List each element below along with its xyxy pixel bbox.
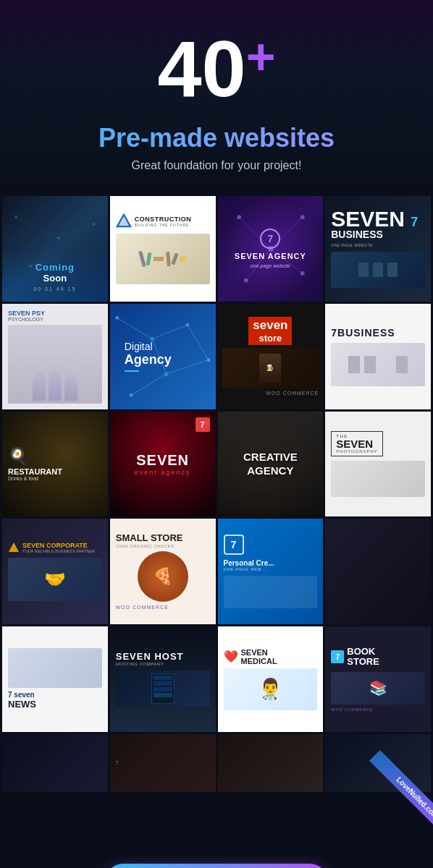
books-img: 📚 xyxy=(331,672,425,705)
svg-line-0 xyxy=(16,217,58,238)
grid-item-restaurant[interactable]: 🍳 RESTAURANT Drinks & food xyxy=(2,412,108,517)
personal-cr-icon: 7 xyxy=(224,535,244,555)
server-img xyxy=(116,671,210,707)
svg-point-3 xyxy=(14,216,17,218)
seven-medical-label: SEVEN xyxy=(241,648,277,657)
restaurant-icon: 🍳 xyxy=(8,447,28,466)
svg-line-22 xyxy=(188,325,209,360)
creative-agency-label: CREATIVEAGENCY xyxy=(243,450,298,478)
svg-point-15 xyxy=(300,215,304,219)
grid-item-seven-corporate[interactable]: SEVEN CORPORATE YOUR RELIABLE BUSINESS P… xyxy=(2,519,108,624)
seven-business-seven: SEVEN 7 xyxy=(331,209,418,229)
seven-news-label: NEWS xyxy=(8,699,36,710)
seven-photo-img xyxy=(331,461,425,497)
personal-cr-label: Personal Cre... xyxy=(224,559,274,567)
digital-divider xyxy=(125,370,139,372)
restaurant-sub: Drinks & food xyxy=(8,476,38,481)
grid-item-partial-1[interactable] xyxy=(2,734,108,840)
coming-soon-countdown: 00 01 46 15 xyxy=(33,286,76,292)
small-store-woo: WOO COMMERCE xyxy=(116,605,169,610)
grid-item-placeholder-row4 xyxy=(325,519,431,624)
seven-psy-sub: PSYCHOLOGY xyxy=(8,317,43,322)
grid-item-seven-host[interactable]: SEVEN HOST HOSTING COMPANY xyxy=(110,626,216,732)
corporate-img: 🤝 xyxy=(8,558,102,601)
hero-section: 40+ Pre-made websites Great foundation f… xyxy=(0,0,433,194)
seven-event-label: SEVEN xyxy=(136,452,189,469)
seven-news-img xyxy=(8,648,102,688)
plus-sign: + xyxy=(246,29,276,85)
coming-soon-soon: Soon xyxy=(33,273,76,284)
grid-item-small-store[interactable]: SMALL STORE 100% ORGANIC SNACKS 🍕 WOO CO… xyxy=(110,519,216,624)
hero-subtitle: Great foundation for your project! xyxy=(14,159,419,172)
grid-item-seven-news[interactable]: 7 seven NEWS xyxy=(2,626,108,732)
construction-brand: CONSTRUCTION xyxy=(135,216,192,223)
pizza-img: 🍕 xyxy=(138,551,188,602)
coming-soon-label: Coming xyxy=(33,262,76,273)
grid-item-seven-photo[interactable]: THE SEVEN PHOTOGRAPHY xyxy=(325,412,431,517)
seven-store-logo: sevenstore xyxy=(248,317,292,345)
event-agency-sub: event agency xyxy=(135,469,191,476)
seven-store-img: 🧑‍🍳 xyxy=(222,348,319,388)
seven-business-sub: ONE-PAGE WEBSITE xyxy=(331,243,373,247)
corporate-sub: YOUR RELIABLE BUSINESS PARTNER xyxy=(22,549,95,553)
corporate-logo-icon xyxy=(8,542,20,553)
svg-point-16 xyxy=(243,278,248,283)
svg-point-30 xyxy=(129,393,133,397)
svg-point-17 xyxy=(300,271,304,276)
premade-title: Pre-made websites xyxy=(14,123,419,153)
agency-label: Agency xyxy=(125,352,172,367)
partial2-label: 7 xyxy=(116,760,119,765)
seven-host-label: SEVEN HOST xyxy=(116,651,184,662)
seven-business-label: BUSINESS xyxy=(331,229,383,240)
grid-item-construction[interactable]: CONSTRUCTION BUILDING THE FUTURE xyxy=(110,196,216,302)
svg-line-1 xyxy=(59,224,94,238)
svg-point-27 xyxy=(185,323,189,326)
grid-item-seven-psy[interactable]: SEVEN PSY PSYCHOLOGY xyxy=(2,304,108,409)
seven-business-img xyxy=(331,252,425,288)
templates-grid: Coming Soon 00 01 46 15 CONSTRUCTION BUI… xyxy=(0,194,433,842)
medical-label: MEDICAL xyxy=(241,657,277,665)
medical-heart-icon: ❤️ xyxy=(224,650,238,663)
construction-logo-icon xyxy=(116,213,132,229)
small-store-sub: 100% ORGANIC SNACKS xyxy=(116,544,175,548)
grid-item-seven-agency[interactable]: 7 SEVEN AGENCY one-page website xyxy=(218,196,324,302)
grid-item-personal-cr[interactable]: 7 Personal Cre... ONE-PAGE WEB... xyxy=(218,519,324,624)
seven-psy-label: SEVEN PSY xyxy=(8,310,45,317)
big-number: 40 xyxy=(157,29,245,109)
grid-item-7business[interactable]: 7BUSINESS xyxy=(325,304,431,409)
svg-point-25 xyxy=(115,316,119,320)
seven-psy-img xyxy=(8,325,102,404)
seven-agency-label: SEVEN AGENCY xyxy=(235,252,306,260)
personal-cr-img xyxy=(224,576,318,608)
restaurant-label: RESTAURANT xyxy=(8,467,62,476)
grid-item-coming-soon[interactable]: Coming Soon 00 01 46 15 xyxy=(2,196,108,302)
book-store-label: BOOKSTORE xyxy=(347,647,379,668)
grid-item-seven-event[interactable]: 7 SEVEN event agency xyxy=(110,412,216,517)
personal-cr-sub: ONE-PAGE WEB... xyxy=(224,567,266,571)
svg-point-5 xyxy=(92,223,95,226)
grid-item-seven-business[interactable]: SEVEN 7 BUSINESS ONE-PAGE WEBSITE xyxy=(325,196,431,302)
grid-item-digital-agency[interactable]: Digital Agency xyxy=(110,304,216,409)
event-seven-badge: 7 xyxy=(196,417,210,432)
photography-text: PHOTOGRAPHY xyxy=(336,449,378,454)
svg-point-29 xyxy=(206,358,210,362)
construction-tools xyxy=(116,234,210,284)
grid-item-book-store[interactable]: 7 BOOKSTORE 📚 WOO COMMERCE xyxy=(325,626,431,732)
svg-point-4 xyxy=(57,237,60,239)
seven-store-woo: WOO COMMERCE xyxy=(266,391,319,396)
construction-sub: BUILDING THE FUTURE xyxy=(135,223,192,227)
grid-item-partial-2[interactable]: 7 xyxy=(110,734,216,840)
seven-news-seven: 7 seven xyxy=(8,691,35,699)
see-all-button[interactable]: See all pre-made websites → xyxy=(104,864,328,869)
grid-item-seven-store[interactable]: sevenstore 🧑‍🍳 WOO COMMERCE xyxy=(218,304,324,409)
book-seven-icon: 7 xyxy=(331,650,344,663)
corporate-name: SEVEN CORPORATE xyxy=(22,542,95,549)
grid-item-seven-medical[interactable]: ❤️ SEVEN MEDICAL 👨‍⚕️ xyxy=(218,626,324,732)
seven-agency-sub: one-page website xyxy=(251,263,290,268)
grid-item-partial-3[interactable] xyxy=(218,734,324,840)
7business-logo: 7BUSINESS xyxy=(331,327,395,339)
seven-host-sub: HOSTING COMPANY xyxy=(116,662,164,666)
grid-item-creative-agency[interactable]: CREATIVEAGENCY xyxy=(218,412,324,517)
svg-point-6 xyxy=(29,265,32,268)
doctor-img: 👨‍⚕️ xyxy=(224,668,318,710)
